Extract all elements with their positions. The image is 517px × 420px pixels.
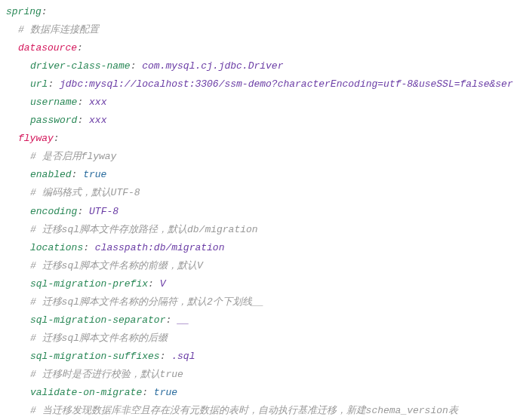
yaml-value: V xyxy=(160,278,166,290)
code-line: # 迁移sql脚本文件名称的前缀，默认V xyxy=(6,257,511,275)
yaml-value: __ xyxy=(177,314,189,326)
yaml-key: spring xyxy=(6,6,42,17)
code-line: datasource: xyxy=(6,39,511,57)
colon: : xyxy=(48,78,60,90)
code-line: # 是否启用flyway xyxy=(6,148,511,166)
yaml-key: driver-class-name xyxy=(30,60,131,72)
code-line: validate-on-migrate: true xyxy=(6,384,511,402)
colon: : xyxy=(54,133,60,144)
code-line: # 迁移sql脚本文件名称的分隔符，默认2个下划线__ xyxy=(6,293,511,311)
code-line: password: xxx xyxy=(6,112,511,130)
code-line: locations: classpath:db/migration xyxy=(6,239,511,257)
comment-text: # 迁移sql脚本文件名称的分隔符，默认2个下划线__ xyxy=(30,296,263,308)
yaml-value: true xyxy=(83,169,106,180)
yaml-value: classpath:db/migration xyxy=(95,242,225,253)
code-line: sql-migration-prefix: V xyxy=(6,275,511,293)
yaml-value: UTF-8 xyxy=(89,206,118,217)
colon: : xyxy=(142,387,154,398)
yaml-key: datasource xyxy=(18,42,77,54)
yaml-key: password xyxy=(30,115,77,126)
code-line: # 编码格式，默认UTF-8 xyxy=(6,184,511,202)
code-line: url: jdbc:mysql://localhost:3306/ssm-dem… xyxy=(6,75,511,94)
yaml-value: xxx xyxy=(89,97,106,108)
code-line: sql-migration-separator: __ xyxy=(6,311,511,330)
code-line: spring: xyxy=(6,3,511,21)
code-line: # 迁移时是否进行校验，默认true xyxy=(6,366,511,384)
yaml-key: username xyxy=(30,97,77,108)
colon: : xyxy=(77,115,89,126)
code-line: flyway: xyxy=(6,130,511,148)
yaml-value: .sql xyxy=(171,351,195,362)
comment-text: # 当迁移发现数据库非空且存在没有元数据的表时，自动执行基准迁移，新建schem… xyxy=(30,405,458,416)
code-line: username: xxx xyxy=(6,94,511,112)
code-line: sql-migration-suffixes: .sql xyxy=(6,348,511,366)
comment-text: # 数据库连接配置 xyxy=(18,24,99,35)
colon: : xyxy=(77,206,89,217)
comment-text: # 是否启用flyway xyxy=(30,151,116,162)
code-line: # 当迁移发现数据库非空且存在没有元数据的表时，自动执行基准迁移，新建schem… xyxy=(6,402,511,420)
colon: : xyxy=(165,314,177,326)
colon: : xyxy=(42,6,48,17)
code-line: driver-class-name: com.mysql.cj.jdbc.Dri… xyxy=(6,57,511,75)
code-line: # 迁移sql脚本文件存放路径，默认db/migration xyxy=(6,221,511,239)
yaml-value: true xyxy=(154,387,177,398)
comment-text: # 迁移时是否进行校验，默认true xyxy=(30,369,183,380)
yaml-key: sql-migration-suffixes xyxy=(30,351,160,362)
yaml-key: url xyxy=(30,78,48,90)
code-line: # 数据库连接配置 xyxy=(6,21,511,39)
comment-text: # 迁移sql脚本文件名称的前缀，默认V xyxy=(30,260,203,271)
yaml-key: validate-on-migrate xyxy=(30,387,142,398)
colon: : xyxy=(148,278,160,290)
comment-text: # 迁移sql脚本文件存放路径，默认db/migration xyxy=(30,224,258,235)
yaml-key: sql-migration-prefix xyxy=(30,278,148,290)
colon: : xyxy=(77,42,83,54)
colon: : xyxy=(160,351,172,362)
colon: : xyxy=(72,169,84,180)
yaml-value: xxx xyxy=(89,115,106,126)
colon: : xyxy=(83,242,95,253)
yaml-code-block: spring:# 数据库连接配置datasource:driver-class-… xyxy=(6,3,511,420)
yaml-key: sql-migration-separator xyxy=(30,314,165,326)
yaml-key: encoding xyxy=(30,206,77,217)
comment-text: # 编码格式，默认UTF-8 xyxy=(30,187,140,198)
code-line: enabled: true xyxy=(6,166,511,184)
yaml-key: flyway xyxy=(18,133,54,144)
comment-text: # 迁移sql脚本文件名称的后缀 xyxy=(30,333,168,344)
colon: : xyxy=(77,97,89,108)
yaml-key: enabled xyxy=(30,169,72,180)
yaml-key: locations xyxy=(30,242,83,253)
yaml-value: jdbc:mysql://localhost:3306/ssm-demo?cha… xyxy=(60,78,513,90)
colon: : xyxy=(131,60,143,72)
code-line: encoding: UTF-8 xyxy=(6,203,511,221)
code-line: # 迁移sql脚本文件名称的后缀 xyxy=(6,330,511,348)
yaml-value: com.mysql.cj.jdbc.Driver xyxy=(142,60,283,72)
